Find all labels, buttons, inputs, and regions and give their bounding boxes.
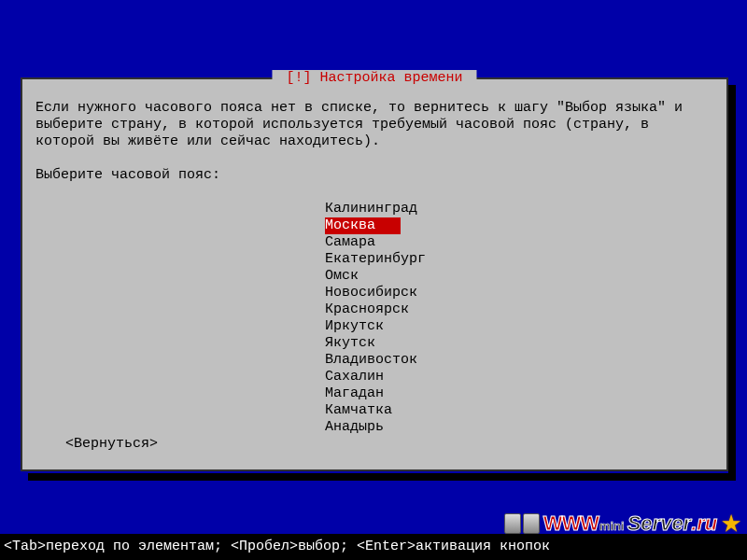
timezone-option[interactable]: Екатеринбург [325,251,426,268]
keyboard-hint-bar: <Tab>переход по элементам; <Пробел>выбор… [0,534,747,560]
instructions-text: Если нужного часового пояса нет в списке… [35,100,713,150]
dialog-shadow-right [728,85,736,481]
dialog-body: Если нужного часового пояса нет в списке… [22,79,726,445]
watermark-logo: WWW mini Server .ru ★ [504,511,741,536]
star-icon: ★ [721,513,741,534]
timezone-option[interactable]: Новосибирск [325,285,417,301]
timezone-option[interactable]: Иркутск [325,318,401,335]
timezone-list[interactable]: КалининградМоскваСамараЕкатеринбургОмскН… [325,201,713,436]
dialog-shadow [28,473,736,481]
timezone-option[interactable]: Самара [325,234,401,251]
back-button[interactable]: <Вернуться> [65,436,158,453]
logo-www: WWW [543,511,599,536]
timezone-option[interactable]: Сахалин [325,369,401,385]
timezone-option[interactable]: Калининград [325,201,417,217]
logo-ru: .ru [691,511,717,536]
logo-server: Server [627,511,692,536]
prompt-text: Выберите часовой пояс: [35,167,713,184]
timezone-option[interactable]: Магадан [325,385,401,402]
dialog-title: [!] Настройка времени [272,70,476,87]
timezone-dialog: [!] Настройка времени Если нужного часов… [21,77,728,471]
timezone-option[interactable]: Якутск [325,335,401,352]
timezone-option[interactable]: Камчатка [325,402,401,419]
timezone-option[interactable]: Москва [325,217,401,234]
timezone-option[interactable]: Красноярск [325,301,409,318]
logo-text: WWW mini Server .ru [543,511,718,536]
timezone-option[interactable]: Омск [325,268,401,285]
timezone-option[interactable]: Владивосток [325,352,417,369]
logo-mini: mini [599,519,625,534]
server-icon [504,513,540,534]
timezone-option[interactable]: Анадырь [325,419,401,436]
